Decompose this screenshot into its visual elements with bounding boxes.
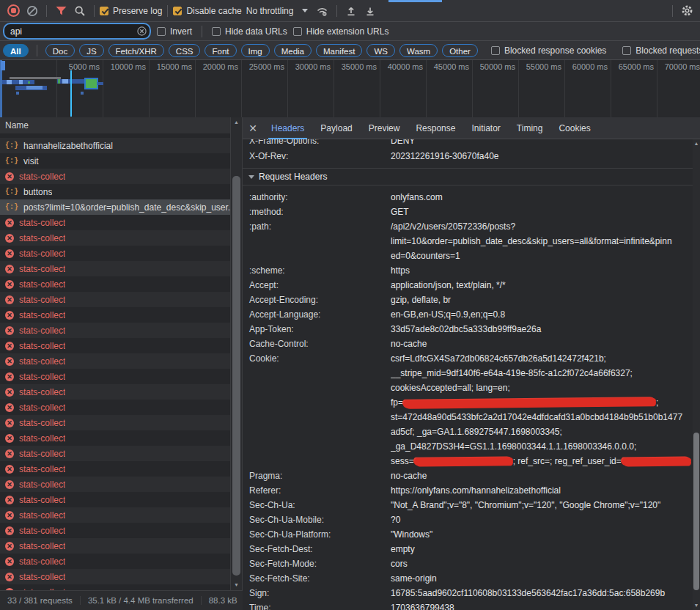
request-row[interactable]: ✕stats-collect: [0, 569, 242, 584]
header-name: Accept-Encoding:: [249, 293, 391, 307]
header-value: cors: [391, 556, 693, 571]
request-row[interactable]: ✕stats-collect: [0, 292, 242, 307]
request-row-selected[interactable]: {:}posts?limit=10&order=publish_date_des…: [0, 199, 242, 215]
import-har-button[interactable]: [342, 2, 360, 20]
filter-pill-doc[interactable]: Doc: [45, 44, 75, 57]
request-row[interactable]: ✕stats-collect: [0, 492, 242, 507]
tab-timing[interactable]: Timing: [509, 117, 551, 139]
request-row[interactable]: ✕stats-collect: [0, 215, 242, 230]
checkbox-blocked-response-cookies[interactable]: Blocked response cookies: [491, 45, 606, 56]
request-row[interactable]: ✕stats-collect: [0, 246, 242, 261]
request-row[interactable]: {:}visit: [0, 153, 242, 169]
clear-button[interactable]: [23, 2, 41, 20]
request-name: init: [23, 133, 34, 136]
request-row[interactable]: ✕stats-collect: [0, 230, 242, 246]
request-name: stats-collect: [19, 326, 65, 336]
header-value-text: ; ref_src=; reg_ref_user_id=: [513, 456, 622, 466]
header-row: :method:GET: [243, 205, 693, 219]
header-value-text: limit=10&order=publish_date_desc&skip_us…: [391, 236, 672, 246]
request-row[interactable]: ✕stats-collect: [0, 430, 242, 446]
request-row[interactable]: ✕stats-collect: [0, 400, 242, 415]
disable-cache-checkbox[interactable]: Disable cache: [173, 6, 241, 16]
header-name: :method:: [249, 205, 391, 219]
header-value: no-cache: [391, 337, 693, 351]
invert-checkbox[interactable]: Invert: [157, 26, 192, 37]
detail-scrollbar[interactable]: ▲ ▼: [693, 139, 700, 610]
filter-pill-media[interactable]: Media: [274, 44, 312, 57]
name-column-header[interactable]: Name: [0, 117, 242, 134]
scroll-up-icon[interactable]: ▲: [693, 139, 700, 148]
scrollbar-thumb[interactable]: [232, 176, 240, 576]
request-row[interactable]: ✕stats-collect: [0, 323, 242, 338]
request-row[interactable]: ✕stats-collect: [0, 369, 242, 384]
request-row[interactable]: ✕stats-collect: [0, 507, 242, 523]
json-request-icon: {:}: [5, 133, 18, 134]
scrollbar-thumb[interactable]: [693, 433, 699, 590]
tab-initiator[interactable]: Initiator: [463, 117, 508, 139]
request-row[interactable]: ✕stats-collect: [0, 353, 242, 369]
request-headers-section-toggle[interactable]: Request Headers: [243, 168, 693, 185]
request-row[interactable]: ✕stats-collect: [0, 477, 242, 492]
network-conditions-button[interactable]: [314, 2, 331, 20]
request-row[interactable]: ✕stats-collect: [0, 523, 242, 538]
checkbox-blocked-requests[interactable]: Blocked requests: [622, 45, 700, 56]
request-row[interactable]: ✕stats-collect: [0, 338, 242, 353]
header-value-line: https: [391, 263, 693, 278]
request-row[interactable]: ✕stats-collect: [0, 384, 242, 400]
request-row[interactable]: ✕stats-collect: [0, 538, 242, 554]
hide-extension-urls-checkbox[interactable]: Hide extension URLs: [293, 26, 389, 37]
settings-button[interactable]: [678, 2, 696, 20]
request-list-scrollbar[interactable]: ▲ ▼: [230, 117, 242, 590]
request-row[interactable]: ✕stats-collect: [0, 261, 242, 276]
tab-payload[interactable]: Payload: [312, 117, 360, 139]
request-row[interactable]: ✕stats-collect: [0, 584, 242, 590]
request-row[interactable]: ✕stats-collect: [0, 307, 242, 323]
filter-pill-js[interactable]: JS: [79, 44, 103, 57]
scroll-up-icon[interactable]: ▲: [231, 118, 242, 127]
scroll-down-icon[interactable]: ▼: [693, 601, 700, 610]
filter-pill-img[interactable]: Img: [241, 44, 270, 57]
header-row: Accept-Language:en-GB,en-US;q=0.9,en;q=0…: [243, 307, 693, 322]
clipped-header-row: X-Frame-Options: DENY: [243, 139, 693, 149]
close-detail-button[interactable]: ✕: [243, 122, 263, 134]
request-row[interactable]: ✕stats-collect: [0, 554, 242, 569]
header-value: https://onlyfans.com/hannahelizabethoffi…: [391, 483, 693, 498]
tab-headers[interactable]: Headers: [263, 117, 312, 139]
request-row[interactable]: ✕stats-collect: [0, 415, 242, 430]
filter-toggle-button[interactable]: [52, 2, 70, 20]
waterfall-bar: [19, 80, 23, 84]
throttling-select[interactable]: No throttling: [243, 6, 313, 16]
network-overview-timeline[interactable]: 5000 ms10000 ms15000 ms20000 ms25000 ms3…: [0, 60, 700, 118]
preserve-log-checkbox[interactable]: Preserve log: [100, 6, 162, 16]
tab-cookies[interactable]: Cookies: [550, 117, 598, 139]
timeline-gridline: 60000 ms: [564, 60, 611, 117]
filter-input[interactable]: [3, 23, 151, 40]
filter-pill-wasm[interactable]: Wasm: [399, 44, 438, 57]
request-row[interactable]: ✕stats-collect: [0, 276, 242, 292]
filter-pill-other[interactable]: Other: [442, 44, 478, 57]
search-button[interactable]: [71, 2, 89, 20]
tab-response[interactable]: Response: [408, 117, 463, 139]
hide-data-urls-checkbox[interactable]: Hide data URLs: [212, 26, 287, 37]
filter-pill-css[interactable]: CSS: [169, 44, 201, 57]
request-name: stats-collect: [19, 341, 65, 351]
tab-preview[interactable]: Preview: [361, 117, 408, 139]
request-row[interactable]: ✕stats-collect: [0, 169, 242, 184]
record-button[interactable]: [4, 2, 22, 20]
export-har-button[interactable]: [361, 2, 379, 20]
request-row[interactable]: {:}hannahelizabethofficial: [0, 138, 242, 153]
request-row[interactable]: ✕stats-collect: [0, 461, 242, 477]
filter-pill-font[interactable]: Font: [205, 44, 236, 57]
request-row[interactable]: ✕stats-collect: [0, 446, 242, 461]
request-row[interactable]: {:}buttons: [0, 184, 242, 199]
filter-pill-manifest[interactable]: Manifest: [316, 44, 362, 57]
header-value-line: 33d57ade8c02dbc5a333db99ff9ae26a: [391, 322, 693, 337]
clear-filter-icon[interactable]: [137, 26, 147, 36]
header-value: same-origin: [391, 571, 693, 586]
filter-pill-fetch-xhr[interactable]: Fetch/XHR: [108, 44, 164, 57]
header-row: Cookie:csrf=LdfcGX4Sa72db06824c657db26a5…: [243, 351, 693, 468]
filter-pill-all[interactable]: All: [3, 44, 29, 57]
header-name: X-Of-Rev:: [249, 149, 391, 163]
scroll-down-icon[interactable]: ▼: [231, 581, 242, 589]
filter-pill-ws[interactable]: WS: [366, 44, 395, 57]
